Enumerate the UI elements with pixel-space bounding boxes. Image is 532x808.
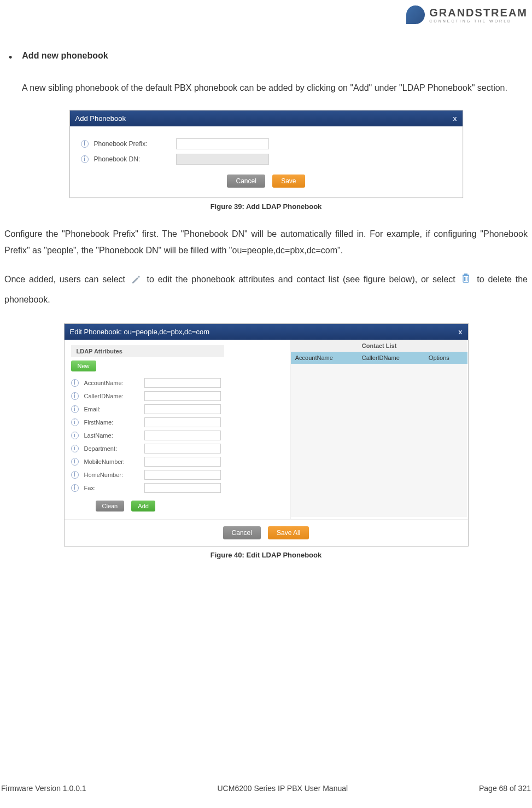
contact-table-header: AccountName CallerIDName Options xyxy=(291,352,468,364)
phonebook-dn-input xyxy=(176,154,269,165)
save-button[interactable]: Save xyxy=(272,175,305,188)
edit-phonebook-dialog: Edit Phonebook: ou=people,dc=pbx,dc=com … xyxy=(64,323,469,547)
info-icon: i xyxy=(71,484,79,492)
contact-list-header: Contact List xyxy=(291,340,468,352)
close-icon[interactable]: x xyxy=(458,328,462,336)
save-all-button[interactable]: Save All xyxy=(268,526,309,539)
info-icon: i xyxy=(71,445,79,452)
clean-button[interactable]: Clean xyxy=(96,501,125,511)
mobilenumber-input[interactable] xyxy=(144,457,221,467)
svg-rect-4 xyxy=(463,275,469,276)
figure-40-caption: Figure 40: Edit LDAP Phonebook xyxy=(4,551,528,559)
email-label: Email: xyxy=(84,406,144,412)
fax-label: Fax: xyxy=(84,485,144,491)
paragraph-intro: A new sibling phonebook of the default P… xyxy=(22,80,528,96)
bullet-icon: • xyxy=(9,51,12,65)
section-title: Add new phonebook xyxy=(22,51,108,61)
info-icon: i xyxy=(71,458,79,466)
col-options: Options xyxy=(424,352,468,364)
paragraph-actions: Once added, users can select to edit the… xyxy=(4,270,528,310)
homenumber-label: HomeNumber: xyxy=(84,472,144,478)
close-icon[interactable]: x xyxy=(453,114,457,123)
contact-table-body xyxy=(291,364,468,517)
add-button[interactable]: Add xyxy=(131,501,155,511)
phonebook-prefix-label: Phonebook Prefix: xyxy=(94,140,176,148)
edit-icon xyxy=(131,271,141,278)
calleridname-label: CallerIDName: xyxy=(84,393,144,399)
phonebook-prefix-input[interactable] xyxy=(176,138,269,149)
ldap-attributes-header: LDAP Attributes xyxy=(71,345,224,357)
info-icon: i xyxy=(71,392,79,400)
info-icon: i xyxy=(81,155,89,163)
fax-input[interactable] xyxy=(144,483,221,493)
info-icon: i xyxy=(71,379,79,387)
footer-page-number: Page 68 of 321 xyxy=(479,784,531,793)
cancel-button[interactable]: Cancel xyxy=(223,526,261,539)
firstname-label: FirstName: xyxy=(84,419,144,426)
figure-39-caption: Figure 39: Add LDAP Phonebook xyxy=(4,202,528,211)
svg-rect-5 xyxy=(464,274,467,275)
department-input[interactable] xyxy=(144,444,221,454)
edit-dialog-title: Edit Phonebook: ou=people,dc=pbx,dc=com xyxy=(70,328,210,336)
info-icon: i xyxy=(71,432,79,439)
col-accountname: AccountName xyxy=(291,352,358,364)
accountname-label: AccountName: xyxy=(84,380,144,386)
footer-manual-title: UCM6200 Series IP PBX User Manual xyxy=(218,784,348,793)
info-icon: i xyxy=(71,418,79,426)
para3-a: Once added, users can select xyxy=(4,275,129,284)
department-label: Department: xyxy=(84,445,144,452)
logo-mark-icon xyxy=(406,5,425,24)
delete-icon xyxy=(461,271,471,278)
lastname-input[interactable] xyxy=(144,431,221,440)
footer-firmware: Firmware Version 1.0.0.1 xyxy=(1,784,86,793)
brand-logo: GRANDSTREAM CONNECTING THE WORLD xyxy=(4,0,528,29)
firstname-input[interactable] xyxy=(144,417,221,427)
dialog-title: Add Phonebook xyxy=(75,114,126,123)
info-icon: i xyxy=(71,405,79,413)
new-button[interactable]: New xyxy=(71,361,96,371)
add-phonebook-dialog: Add Phonebook x i Phonebook Prefix: i Ph… xyxy=(69,110,463,198)
col-calleridname: CallerIDName xyxy=(358,352,424,364)
cancel-button[interactable]: Cancel xyxy=(227,175,265,188)
brand-tagline: CONNECTING THE WORLD xyxy=(429,19,528,23)
para3-b: to edit the phonebook attributes and con… xyxy=(147,275,459,284)
phonebook-dn-label: Phonebook DN: xyxy=(94,155,176,163)
calleridname-input[interactable] xyxy=(144,391,221,401)
lastname-label: LastName: xyxy=(84,432,144,439)
mobilenumber-label: MobileNumber: xyxy=(84,458,144,465)
brand-name: GRANDSTREAM xyxy=(429,7,528,18)
info-icon: i xyxy=(81,140,89,148)
info-icon: i xyxy=(71,471,79,479)
accountname-input[interactable] xyxy=(144,378,221,388)
email-input[interactable] xyxy=(144,404,221,414)
homenumber-input[interactable] xyxy=(144,470,221,480)
paragraph-configure: Configure the "Phonebook Prefix" first. … xyxy=(4,226,528,259)
